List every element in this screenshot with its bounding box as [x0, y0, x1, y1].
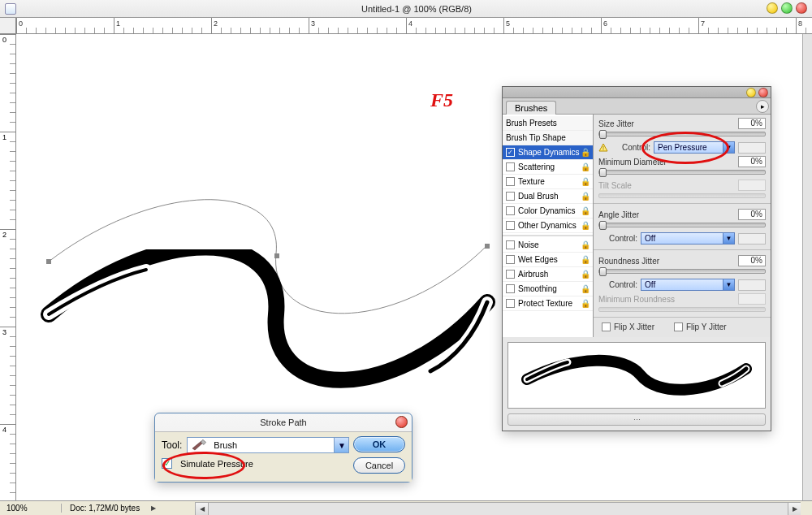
- control-label: Control:: [598, 234, 637, 243]
- tool-value: Brush: [214, 440, 237, 450]
- option-label: Scattering: [518, 162, 555, 171]
- brush-settings-pane: Size Jitter0% ! Control: Pen Pressure▼ M…: [594, 115, 771, 337]
- option-checkbox[interactable]: [506, 221, 515, 230]
- scroll-left-button[interactable]: ◀: [196, 503, 209, 515]
- option-checkbox[interactable]: [506, 284, 515, 293]
- panel-minimize-button[interactable]: [746, 88, 756, 97]
- brush-stroke: [41, 249, 495, 404]
- brush-option-row[interactable]: Color Dynamics🔒: [503, 204, 593, 219]
- option-checkbox[interactable]: [506, 206, 515, 215]
- tab-brushes[interactable]: Brushes: [506, 101, 556, 115]
- brush-icon: [191, 439, 209, 451]
- lock-icon[interactable]: 🔒: [581, 270, 590, 279]
- roundness-jitter-slider[interactable]: [598, 269, 766, 274]
- lock-icon[interactable]: 🔒: [581, 162, 590, 171]
- option-checkbox[interactable]: [506, 192, 515, 201]
- scroll-right-button[interactable]: ▶: [788, 503, 801, 515]
- brush-presets-row[interactable]: Brush Presets: [503, 116, 593, 131]
- scrollbar-horizontal[interactable]: ◀ ▶: [195, 502, 801, 515]
- zoom-level[interactable]: 100%: [0, 504, 62, 513]
- ok-button[interactable]: OK: [353, 436, 405, 452]
- angle-jitter-slider[interactable]: [598, 223, 766, 227]
- lock-icon[interactable]: 🔒: [581, 221, 590, 230]
- dialog-title: Stroke Path: [260, 418, 306, 427]
- option-label: Protect Texture: [518, 299, 572, 308]
- option-label: Wet Edges: [518, 255, 558, 264]
- angle-jitter-value[interactable]: 0%: [738, 209, 766, 220]
- dialog-close-button[interactable]: [395, 416, 408, 428]
- lock-icon[interactable]: 🔒: [581, 192, 590, 201]
- control-label: Control:: [598, 280, 637, 289]
- brush-option-row[interactable]: Dual Brush🔒: [503, 189, 593, 204]
- lock-icon[interactable]: 🔒: [581, 177, 590, 186]
- path-anchor[interactable]: [485, 244, 490, 249]
- tilt-scale-value: [738, 180, 766, 191]
- lock-icon[interactable]: 🔒: [581, 240, 590, 249]
- ruler-horizontal[interactable]: 012345678: [16, 18, 812, 34]
- brush-option-row[interactable]: Protect Texture🔒: [503, 296, 593, 311]
- brush-option-row[interactable]: Smoothing🔒: [503, 282, 593, 296]
- window-titlebar: Untitled-1 @ 100% (RGB/8): [0, 0, 812, 18]
- option-checkbox[interactable]: [506, 148, 515, 157]
- close-button[interactable]: [796, 2, 807, 14]
- brush-option-row[interactable]: Noise🔒: [503, 238, 593, 253]
- minimize-button[interactable]: [767, 2, 778, 14]
- doc-menu-arrow[interactable]: ▶: [151, 504, 156, 512]
- option-checkbox[interactable]: [506, 255, 515, 264]
- flip-x-checkbox[interactable]: Flip X Jitter: [602, 322, 654, 331]
- scroll-track[interactable]: [209, 503, 788, 515]
- control-select-angle[interactable]: Off▼: [641, 232, 735, 245]
- ruler-origin[interactable]: [0, 18, 16, 34]
- option-checkbox[interactable]: [506, 177, 515, 186]
- simulate-pressure-label: Simulate Pressure: [180, 459, 253, 469]
- lock-icon[interactable]: 🔒: [581, 255, 590, 264]
- min-roundness-label: Minimum Roundness: [598, 295, 735, 304]
- brush-option-row[interactable]: Texture🔒: [503, 175, 593, 189]
- ruler-vertical[interactable]: 01234: [0, 34, 16, 500]
- tool-select[interactable]: Brush ▼: [187, 437, 349, 453]
- simulate-pressure-checkbox[interactable]: ✓: [162, 458, 172, 469]
- window-title: Untitled-1 @ 100% (RGB/8): [21, 4, 812, 14]
- app-icon: [5, 3, 16, 15]
- flip-y-checkbox[interactable]: Flip Y Jitter: [674, 322, 727, 331]
- option-checkbox[interactable]: [506, 299, 515, 308]
- option-checkbox[interactable]: [506, 240, 515, 249]
- min-diameter-value[interactable]: 0%: [738, 156, 766, 167]
- control-select-size[interactable]: Pen Pressure▼: [654, 141, 735, 154]
- option-checkbox[interactable]: [506, 162, 515, 171]
- brush-option-row[interactable]: Scattering🔒: [503, 160, 593, 175]
- brush-option-row[interactable]: Airbrush🔒: [503, 267, 593, 282]
- maximize-button[interactable]: [781, 2, 793, 14]
- option-label: Smoothing: [518, 284, 557, 293]
- scrollbar-vertical[interactable]: [802, 34, 812, 500]
- brush-tip-shape-row[interactable]: Brush Tip Shape: [503, 131, 593, 145]
- panel-menu-button[interactable]: ▸: [756, 100, 769, 113]
- panel-close-button[interactable]: [758, 88, 768, 97]
- dialog-titlebar[interactable]: Stroke Path: [155, 413, 412, 431]
- panel-footer-button[interactable]: ⋯: [508, 413, 766, 426]
- brush-option-row[interactable]: Shape Dynamics🔒: [503, 145, 593, 160]
- warning-icon: !: [598, 143, 608, 153]
- min-diameter-slider[interactable]: [598, 170, 766, 175]
- brush-options-list: Brush Presets Brush Tip Shape Shape Dyna…: [503, 115, 594, 337]
- lock-icon[interactable]: 🔒: [581, 284, 590, 293]
- lock-icon[interactable]: 🔒: [581, 299, 590, 308]
- roundness-jitter-value[interactable]: 0%: [738, 255, 766, 266]
- brushes-panel: Brushes ▸ Brush Presets Brush Tip Shape …: [502, 86, 771, 431]
- size-jitter-slider[interactable]: [598, 132, 766, 136]
- option-label: Color Dynamics: [518, 206, 576, 215]
- option-checkbox[interactable]: [506, 270, 515, 279]
- brush-option-row[interactable]: Wet Edges🔒: [503, 253, 593, 267]
- panel-titlebar[interactable]: [503, 87, 771, 98]
- control-aux-value: [738, 279, 766, 291]
- dropdown-arrow-icon: ▼: [723, 142, 734, 153]
- size-jitter-label: Size Jitter: [598, 119, 735, 128]
- size-jitter-value[interactable]: 0%: [738, 118, 766, 129]
- lock-icon[interactable]: 🔒: [581, 148, 590, 157]
- option-label: Airbrush: [518, 270, 548, 279]
- dropdown-arrow-icon: ▼: [723, 279, 734, 290]
- cancel-button[interactable]: Cancel: [353, 457, 405, 474]
- control-select-roundness[interactable]: Off▼: [641, 279, 735, 291]
- brush-option-row[interactable]: Other Dynamics🔒: [503, 219, 593, 233]
- lock-icon[interactable]: 🔒: [581, 206, 590, 215]
